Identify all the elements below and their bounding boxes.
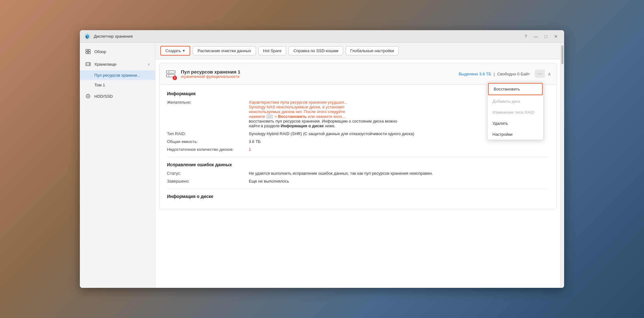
pool-capacity: Выделено 3.6 ТБ | Свободно 0 Байт (459, 72, 530, 76)
raid-label: Тип RAID: (167, 131, 249, 136)
ssd-cache-label: Справка по SSD-кэшам (293, 48, 338, 53)
pool-header: ! Пул ресурсов хранения 1 ограниченной ф… (159, 63, 556, 85)
dropdown-add-disk: Добавить диск (487, 96, 543, 107)
pool-status: ограниченной функциональности (181, 74, 459, 79)
capacity-info-label: Общая емкость: (167, 139, 249, 144)
schedule-button[interactable]: Расписание очистки данных (193, 46, 256, 55)
window-title: Диспетчер хранения (94, 34, 521, 39)
separator-2 (167, 189, 549, 189)
change-raid-label: Изменение типа RAID (492, 110, 534, 115)
settings-label: Настройки (492, 132, 513, 137)
desired-label: Желательно: (167, 100, 249, 128)
completed-value: Еще не выполнялось (249, 179, 549, 184)
add-disk-label: Добавить диск (492, 99, 520, 104)
titlebar: Диспетчер хранения ? — □ ✕ (80, 30, 564, 43)
svg-rect-1 (86, 49, 88, 51)
pool-info: Пул ресурсов хранения 1 ограниченной фун… (181, 69, 459, 79)
hot-spare-label: Hot Spare (263, 48, 282, 53)
main-content: ! Пул ресурсов хранения 1 ограниченной ф… (155, 59, 560, 288)
dropdown-change-raid: Изменение типа RAID (487, 107, 543, 118)
restore-label: Восстановить (494, 87, 520, 91)
create-label: Создать (165, 48, 181, 53)
sidebar-item-hdd[interactable]: HDD/SSD (80, 90, 155, 102)
restore-bold: Восстановить (278, 114, 307, 119)
create-button[interactable]: Создать ▼ (160, 46, 190, 56)
insufficient-value: 1 (249, 147, 549, 152)
svg-point-7 (89, 63, 90, 64)
storage-icon (85, 61, 91, 67)
sidebar-item-volume[interactable]: Том 1 (80, 80, 155, 90)
warning-badge: ! (173, 76, 177, 80)
storage-label: Хранилище (94, 62, 116, 67)
svg-point-8 (89, 65, 90, 65)
svg-point-10 (87, 96, 89, 97)
delete-label: Удалить (492, 121, 508, 126)
capacity-free: Свободно 0 Байт (497, 72, 530, 76)
main-area: Создать ▼ Расписание очистки данных Hot … (155, 43, 560, 288)
minimize-button[interactable]: — (531, 32, 540, 41)
maximize-button[interactable]: □ (541, 32, 550, 41)
disk-info-title: Информация о диске (167, 194, 549, 199)
status-label: Статус: (167, 171, 249, 176)
create-arrow-icon: ▼ (182, 49, 185, 52)
hdd-icon (85, 93, 91, 99)
overview-icon (85, 48, 91, 55)
sidebar: Обзор Хранилище ∧ Пул ресурсов хранени..… (80, 43, 155, 288)
window-controls: ? — □ ✕ (521, 32, 560, 41)
completed-row: Завершено: Еще не выполнялось (167, 179, 549, 184)
dropdown-delete[interactable]: Удалить (487, 118, 543, 129)
sidebar-section-storage[interactable]: Хранилище ∧ (80, 58, 155, 70)
scrollbar[interactable] (560, 43, 564, 288)
overview-label: Обзор (94, 49, 106, 54)
svg-rect-4 (88, 52, 90, 54)
status-row: Статус: Не удается выполнить исправление… (167, 171, 549, 176)
dropdown-settings[interactable]: Настройки (487, 129, 543, 140)
global-settings-button[interactable]: Глобальные настройки (346, 46, 399, 55)
scrollbar-thumb[interactable] (561, 45, 564, 64)
insufficient-label: Недостаточное количество дисков: (167, 147, 249, 152)
hdd-label: HDD/SSD (94, 94, 113, 99)
toolbar: Создать ▼ Расписание очистки данных Hot … (155, 43, 560, 59)
ssd-cache-button[interactable]: Справка по SSD-кэшам (289, 46, 343, 55)
sidebar-item-pool[interactable]: Пул ресурсов хранени... (80, 70, 155, 80)
svg-rect-2 (88, 49, 90, 51)
completed-label: Завершено: (167, 179, 249, 184)
pool-icon: ! (164, 68, 177, 80)
capacity-allocated: Выделено 3.6 ТБ (459, 72, 491, 76)
storage-chevron-icon: ∧ (147, 62, 150, 66)
schedule-label: Расписание очистки данных (197, 48, 251, 53)
pool-collapse-button[interactable]: ∧ (547, 71, 551, 77)
status-value: Не удается выполнить исправление ошибок … (249, 171, 549, 176)
app-content: Обзор Хранилище ∧ Пул ресурсов хранени..… (80, 43, 564, 288)
volume-label: Том 1 (94, 83, 105, 87)
scrub-title: Исправление ошибок данных (167, 162, 549, 167)
disk-info-bold: Информация о диске (281, 123, 324, 128)
dots-icon: ··· (266, 114, 273, 119)
pool-actions: ··· ∧ (535, 70, 551, 78)
dropdown-restore[interactable]: Восстановить (488, 83, 543, 95)
pool-label: Пул ресурсов хранени... (94, 73, 140, 78)
separator-1 (167, 157, 549, 157)
capacity-separator: | (494, 72, 495, 76)
insufficient-row: Недостаточное количество дисков: 1 (167, 147, 549, 152)
sidebar-item-overview[interactable]: Обзор (80, 45, 155, 58)
help-button[interactable]: ? (521, 32, 530, 41)
hot-spare-button[interactable]: Hot Spare (258, 46, 286, 55)
svg-rect-12 (166, 71, 175, 73)
global-settings-label: Глобальные настройки (350, 48, 394, 53)
pool-section: ! Пул ресурсов хранения 1 ограниченной ф… (159, 63, 557, 209)
close-button[interactable]: ✕ (552, 32, 560, 41)
pool-more-button[interactable]: ··· (535, 70, 545, 78)
dropdown-menu: Восстановить Добавить диск Изменение тип… (487, 82, 544, 140)
app-icon (84, 33, 91, 40)
pool-name: Пул ресурсов хранения 1 (181, 69, 459, 74)
svg-rect-3 (86, 52, 88, 54)
main-window: Диспетчер хранения ? — □ ✕ Обзор (80, 30, 564, 288)
